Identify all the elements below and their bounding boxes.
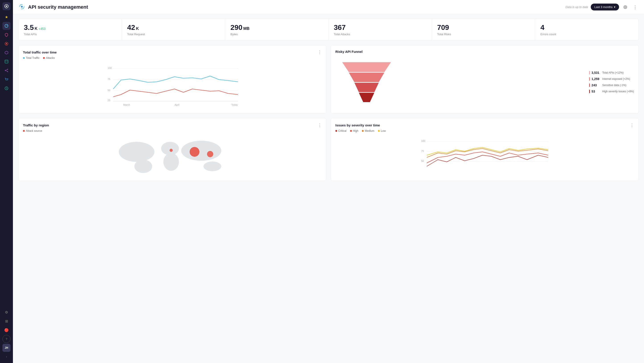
funnel-legend-bar xyxy=(589,83,590,87)
svg-point-43 xyxy=(204,161,221,171)
chevron-down-icon: ▾ xyxy=(614,5,616,9)
svg-marker-34 xyxy=(354,83,379,92)
svg-point-17 xyxy=(624,7,626,8)
funnel-legend-item-1: 1,259 Internet exposed (+2%) xyxy=(589,77,634,81)
world-map xyxy=(23,135,322,176)
legend-label-medium: Medium xyxy=(365,129,374,132)
svg-marker-36 xyxy=(359,93,374,102)
funnel-legend-value: 1,259 xyxy=(592,77,600,81)
legend-attacks: Attacks xyxy=(43,56,54,60)
sidebar-item-help[interactable]: ? xyxy=(2,335,10,343)
funnel-legend-value: 53 xyxy=(592,90,600,93)
sidebar-item-settings[interactable]: ⚙ xyxy=(2,308,10,316)
severity-chart-card: Issues by severity over time ⋮ Critical … xyxy=(331,118,639,181)
severity-chart-title: Issues by severity over time xyxy=(335,123,380,127)
sidebar-item-inventory[interactable] xyxy=(2,58,10,66)
header: API security management Data is up to da… xyxy=(13,0,644,14)
svg-text:Today: Today xyxy=(231,104,238,106)
funnel-legend-bar xyxy=(589,90,590,93)
stat-bytes: 290MB Bytes xyxy=(225,19,328,40)
legend-dot-low xyxy=(378,130,380,132)
sidebar-item-favorites[interactable]: ★ xyxy=(2,13,10,21)
stat-number: 3.5 xyxy=(24,24,34,32)
svg-text:100: 100 xyxy=(108,67,112,69)
funnel-legend-value: 243 xyxy=(592,83,600,87)
user-avatar[interactable]: JH xyxy=(2,344,10,352)
sidebar-item-notifications[interactable]: 🔴 xyxy=(2,326,10,334)
svg-text:March: March xyxy=(123,104,130,106)
stat-value-risks: 709 xyxy=(437,24,530,32)
svg-point-45 xyxy=(207,151,213,157)
sidebar: ★ xyxy=(0,0,13,363)
svg-point-44 xyxy=(190,147,200,157)
severity-chart-svg: 100 75 50 xyxy=(335,135,634,175)
sidebar-item-circle[interactable] xyxy=(2,84,10,92)
notifications-icon[interactable] xyxy=(622,4,629,11)
sidebar-item-graph[interactable] xyxy=(2,67,10,75)
funnel-svg xyxy=(335,58,398,107)
data-status: Data is up to date xyxy=(565,5,588,9)
funnel-container: 3,531 Total APIs (+12%) 1,259 Internet e… xyxy=(335,55,634,109)
region-chart-menu[interactable]: ⋮ xyxy=(318,123,322,128)
stat-value-attacks: 367 xyxy=(334,24,426,32)
traffic-chart-header: Total traffic over time ⋮ xyxy=(23,50,322,55)
stat-label: Total Attacks xyxy=(334,33,426,36)
stat-value-apis: 3.5K +453 xyxy=(24,24,116,32)
funnel-legend-bar xyxy=(589,77,590,81)
region-chart-title: Traffic by region xyxy=(23,123,49,127)
traffic-chart-svg: 100 75 50 25 March April Today xyxy=(23,62,322,107)
legend-critical: Critical xyxy=(335,129,346,132)
sidebar-item-grid[interactable]: ⊞ xyxy=(2,317,10,325)
svg-point-8 xyxy=(5,70,6,71)
svg-text:75: 75 xyxy=(108,78,110,81)
stat-number: 4 xyxy=(540,24,544,32)
stat-value-request: 42K xyxy=(127,24,220,32)
stat-total-apis: 3.5K +453 Total APIs xyxy=(18,19,122,40)
legend-traffic: Total Traffic xyxy=(23,56,40,60)
region-chart-header: Traffic by region ⋮ xyxy=(23,123,322,128)
svg-text:100: 100 xyxy=(421,140,425,142)
sidebar-item-dashboard[interactable] xyxy=(2,22,10,30)
main-area: API security management Data is up to da… xyxy=(13,0,644,363)
legend-dot-traffic xyxy=(23,57,25,59)
legend-label-attack: Attack source xyxy=(26,129,42,132)
stat-unit: MB xyxy=(243,26,250,31)
sidebar-item-monitor[interactable] xyxy=(2,40,10,48)
svg-text:50: 50 xyxy=(108,89,110,92)
stat-label: Total Request xyxy=(127,33,220,36)
top-charts-row: Total traffic over time ⋮ Total Traffic … xyxy=(18,45,639,114)
sidebar-item-shield[interactable] xyxy=(2,31,10,39)
stat-number: 367 xyxy=(334,24,346,32)
legend-label-attacks: Attacks xyxy=(46,56,54,60)
severity-chart-menu[interactable]: ⋮ xyxy=(630,123,634,128)
legend-label-traffic: Total Traffic xyxy=(26,56,40,60)
time-filter-button[interactable]: Last 3 months ▾ xyxy=(591,4,619,11)
svg-point-15 xyxy=(21,6,23,8)
traffic-chart-legend: Total Traffic Attacks xyxy=(23,56,322,60)
funnel-legend-value: 3,531 xyxy=(592,71,600,75)
page-title: API security management xyxy=(28,4,563,10)
more-options-icon[interactable]: ⋮ xyxy=(632,4,639,11)
legend-dot-attack xyxy=(23,130,25,132)
stat-total-request: 42K Total Request xyxy=(122,19,225,40)
funnel-legend-label: Internet exposed (+2%) xyxy=(602,77,630,81)
sidebar-logo[interactable] xyxy=(2,2,10,10)
sidebar-item-api[interactable] xyxy=(2,49,10,57)
sidebar-expand-button[interactable]: › xyxy=(2,353,10,361)
svg-point-41 xyxy=(163,153,179,171)
legend-dot-attacks xyxy=(43,57,45,59)
sidebar-item-cart[interactable] xyxy=(2,75,10,83)
stat-errors: 4 Errors count xyxy=(535,19,638,40)
funnel-legend-label: Total APIs (+12%) xyxy=(602,71,624,74)
svg-marker-30 xyxy=(342,62,391,72)
stat-value-errors: 4 xyxy=(540,24,633,32)
svg-point-9 xyxy=(7,69,8,70)
legend-dot-medium xyxy=(362,130,364,132)
header-logo-icon xyxy=(18,3,26,11)
traffic-chart-menu[interactable]: ⋮ xyxy=(318,50,322,55)
legend-dot-high xyxy=(350,130,352,132)
stat-change: +453 xyxy=(38,27,46,31)
time-filter-label: Last 3 months xyxy=(594,5,612,9)
stat-number: 290 xyxy=(230,24,242,32)
stat-number: 709 xyxy=(437,24,449,32)
